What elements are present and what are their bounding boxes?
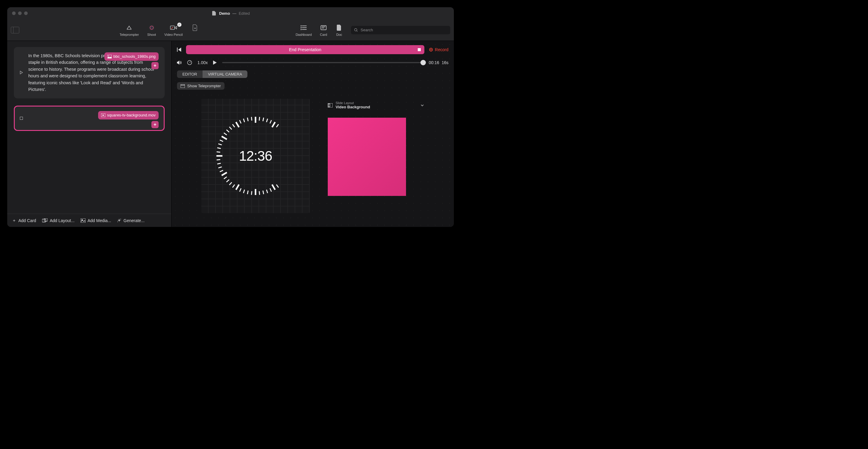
presentation-bar: End Presentation Record bbox=[172, 41, 454, 58]
teleprompter-icon bbox=[126, 24, 132, 31]
time-total: 16s bbox=[441, 60, 448, 65]
sparkle-icon bbox=[117, 219, 121, 223]
main-panel: End Presentation Record 1.00x bbox=[172, 41, 454, 227]
sidebar-toggle-button[interactable] bbox=[11, 27, 19, 33]
add-attachment-button[interactable]: + bbox=[151, 62, 159, 69]
doc-icon bbox=[337, 25, 342, 31]
add-media-button[interactable]: Add Media... bbox=[81, 218, 111, 223]
transport-bar: 1.00x 00:16 16s bbox=[172, 58, 454, 69]
add-layout-button[interactable]: Add Layout... bbox=[42, 218, 75, 223]
close-window-button[interactable] bbox=[12, 11, 16, 15]
timeline-slider[interactable] bbox=[222, 62, 423, 63]
video-pencil-icon bbox=[170, 25, 177, 31]
svg-rect-19 bbox=[42, 219, 46, 222]
placeholder-button[interactable] bbox=[191, 24, 199, 36]
doc-button[interactable]: Doc bbox=[335, 24, 343, 36]
check-badge-icon: ✓ bbox=[177, 23, 182, 27]
svg-point-14 bbox=[354, 28, 357, 31]
play-card-button[interactable] bbox=[20, 52, 25, 93]
end-presentation-button[interactable]: End Presentation bbox=[186, 45, 424, 54]
svg-point-17 bbox=[108, 56, 109, 56]
document-icon bbox=[211, 10, 217, 16]
svg-point-10 bbox=[301, 29, 301, 30]
sidebar: bbc_schools_1980s.png + In the 1980s, BB… bbox=[7, 41, 172, 227]
svg-line-15 bbox=[356, 30, 358, 31]
skip-previous-icon bbox=[177, 47, 181, 52]
video-icon bbox=[101, 114, 105, 117]
card-list: bbc_schools_1980s.png + In the 1980s, BB… bbox=[7, 41, 171, 214]
video-pencil-button[interactable]: ✓ Video Pencil bbox=[164, 24, 183, 36]
tab-editor[interactable]: EDITOR bbox=[177, 70, 203, 78]
card-icon bbox=[320, 25, 327, 30]
document-name: Demo bbox=[219, 11, 230, 15]
add-attachment-button[interactable]: + bbox=[151, 121, 159, 128]
svg-rect-30 bbox=[328, 104, 330, 107]
clock-time: 12:36 bbox=[216, 117, 294, 195]
play-icon bbox=[20, 71, 23, 74]
zoom-window-button[interactable] bbox=[24, 11, 28, 15]
content-area: bbc_schools_1980s.png + In the 1980s, BB… bbox=[7, 41, 454, 227]
attachment-chip-video[interactable]: squares-tv-background.mov bbox=[98, 111, 159, 120]
attachment-chip-image[interactable]: bbc_schools_1980s.png bbox=[104, 52, 159, 61]
media-icon bbox=[81, 219, 86, 223]
search-icon bbox=[354, 28, 358, 32]
stop-card-button[interactable] bbox=[20, 111, 25, 126]
titlebar: Demo — Edited bbox=[7, 7, 454, 19]
layout-thumb-icon bbox=[328, 103, 333, 107]
volume-icon bbox=[177, 61, 182, 65]
toolbar: Teleprompter Shoot ✓ Video Pencil Dashbo… bbox=[7, 19, 454, 41]
teleprompter-button[interactable]: Teleprompter bbox=[120, 24, 139, 36]
play-icon bbox=[213, 61, 217, 65]
slide-layout-panel: Slide Layout Video Background bbox=[328, 99, 424, 221]
skip-back-button[interactable] bbox=[177, 47, 181, 52]
list-icon bbox=[301, 25, 307, 30]
image-icon bbox=[107, 55, 112, 58]
slide-layout-selector[interactable]: Slide Layout Video Background bbox=[328, 99, 424, 111]
play-button[interactable] bbox=[213, 61, 217, 65]
svg-point-8 bbox=[301, 26, 301, 26]
stop-square-icon bbox=[418, 48, 421, 51]
card-button[interactable]: Card bbox=[320, 24, 328, 36]
preview-canvas: 12:36 Slide Layout Video Background bbox=[172, 93, 454, 227]
clock-preview: 12:36 bbox=[202, 99, 310, 213]
page-icon bbox=[192, 24, 198, 31]
show-teleprompter-button[interactable]: Show Teleprompter bbox=[177, 82, 224, 90]
plus-icon: ＋ bbox=[12, 218, 16, 223]
svg-point-4 bbox=[195, 28, 196, 29]
script-card[interactable]: bbc_schools_1980s.png + In the 1980s, BB… bbox=[14, 47, 165, 98]
document-edited-status: Edited bbox=[239, 11, 250, 15]
sidebar-footer: ＋ Add Card Add Layout... Add Media... Ge… bbox=[7, 214, 171, 227]
time-elapsed: 00:16 bbox=[429, 60, 439, 65]
video-background-preview bbox=[328, 118, 406, 196]
view-tabs: EDITOR VIRTUAL CAMERA bbox=[177, 70, 247, 78]
svg-point-9 bbox=[301, 27, 301, 28]
generate-button[interactable]: Generate... bbox=[117, 218, 145, 223]
svg-point-24 bbox=[117, 222, 118, 222]
svg-rect-25 bbox=[177, 47, 178, 52]
volume-button[interactable] bbox=[177, 61, 182, 65]
shoot-button[interactable]: Shoot bbox=[147, 24, 156, 36]
script-card-selected[interactable]: squares-tv-background.mov + bbox=[14, 106, 165, 131]
chevron-down-icon bbox=[421, 103, 424, 107]
layout-icon bbox=[42, 219, 48, 223]
search-input[interactable]: Search bbox=[351, 26, 450, 34]
minimize-window-button[interactable] bbox=[18, 11, 22, 15]
speedometer-icon bbox=[187, 60, 192, 65]
dashboard-button[interactable]: Dashboard bbox=[296, 24, 312, 36]
svg-point-2 bbox=[151, 27, 153, 29]
app-window: Demo — Edited Teleprompter Shoot ✓ Video… bbox=[7, 7, 454, 227]
record-button[interactable]: Record bbox=[429, 47, 448, 52]
camera-lens-icon bbox=[148, 24, 155, 31]
speed-button[interactable] bbox=[187, 60, 192, 65]
tab-virtual-camera[interactable]: VIRTUAL CAMERA bbox=[203, 70, 247, 78]
document-title: Demo — Edited bbox=[211, 10, 250, 16]
svg-rect-11 bbox=[321, 26, 326, 30]
svg-rect-27 bbox=[181, 84, 185, 88]
window-icon bbox=[181, 84, 185, 88]
stop-icon bbox=[20, 117, 23, 120]
add-card-button[interactable]: ＋ Add Card bbox=[12, 218, 36, 223]
record-icon bbox=[429, 48, 433, 52]
svg-point-23 bbox=[120, 219, 121, 219]
speed-value: 1.00x bbox=[197, 60, 208, 65]
timeline-thumb[interactable] bbox=[421, 60, 426, 65]
